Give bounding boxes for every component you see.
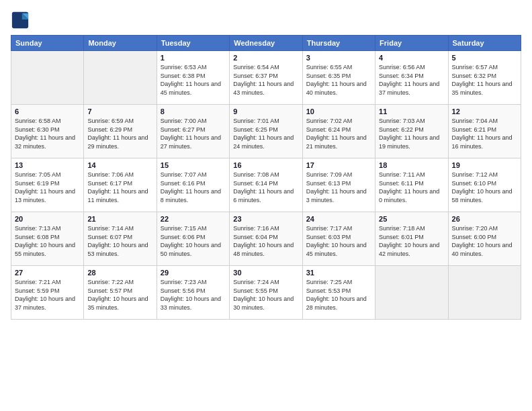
day-number: 11 — [379, 107, 444, 116]
day-number: 23 — [233, 215, 298, 223]
day-info: Sunrise: 6:55 AM Sunset: 6:35 PM Dayligh… — [306, 63, 371, 97]
calendar-cell: 29Sunrise: 7:23 AM Sunset: 5:56 PM Dayli… — [157, 266, 229, 320]
calendar-cell: 2Sunrise: 6:54 AM Sunset: 6:37 PM Daylig… — [230, 51, 302, 105]
day-info: Sunrise: 6:58 AM Sunset: 6:30 PM Dayligh… — [15, 117, 80, 150]
day-of-week-header: Saturday — [448, 36, 521, 51]
calendar-week-row: 13Sunrise: 7:05 AM Sunset: 6:19 PM Dayli… — [11, 158, 521, 212]
day-info: Sunrise: 7:12 AM Sunset: 6:10 PM Dayligh… — [452, 171, 517, 204]
day-number: 28 — [87, 269, 152, 277]
day-number: 12 — [452, 107, 517, 116]
calendar-cell: 7Sunrise: 6:59 AM Sunset: 6:29 PM Daylig… — [84, 105, 157, 158]
day-info: Sunrise: 6:53 AM Sunset: 6:38 PM Dayligh… — [161, 63, 226, 97]
calendar-cell: 27Sunrise: 7:21 AM Sunset: 5:59 PM Dayli… — [11, 266, 84, 320]
day-info: Sunrise: 7:11 AM Sunset: 6:11 PM Dayligh… — [379, 171, 444, 204]
day-of-week-header: Friday — [375, 36, 448, 51]
day-of-week-header: Monday — [84, 36, 157, 51]
calendar-cell: 13Sunrise: 7:05 AM Sunset: 6:19 PM Dayli… — [11, 158, 84, 212]
day-number: 21 — [87, 215, 152, 223]
calendar-table: SundayMondayTuesdayWednesdayThursdayFrid… — [11, 35, 521, 320]
day-info: Sunrise: 7:20 AM Sunset: 6:00 PM Dayligh… — [452, 224, 517, 258]
day-number: 24 — [306, 215, 371, 223]
day-info: Sunrise: 7:09 AM Sunset: 6:13 PM Dayligh… — [306, 171, 371, 204]
day-info: Sunrise: 7:07 AM Sunset: 6:16 PM Dayligh… — [161, 171, 226, 204]
calendar-cell: 18Sunrise: 7:11 AM Sunset: 6:11 PM Dayli… — [375, 158, 448, 212]
calendar-cell: 10Sunrise: 7:02 AM Sunset: 6:24 PM Dayli… — [302, 105, 375, 158]
day-number: 22 — [161, 215, 226, 223]
day-info: Sunrise: 7:18 AM Sunset: 6:01 PM Dayligh… — [379, 224, 444, 258]
day-info: Sunrise: 7:22 AM Sunset: 5:57 PM Dayligh… — [87, 278, 152, 312]
day-info: Sunrise: 7:13 AM Sunset: 6:08 PM Dayligh… — [15, 224, 80, 258]
calendar-cell: 19Sunrise: 7:12 AM Sunset: 6:10 PM Dayli… — [448, 158, 521, 212]
calendar-cell: 15Sunrise: 7:07 AM Sunset: 6:16 PM Dayli… — [157, 158, 229, 212]
calendar-cell: 21Sunrise: 7:14 AM Sunset: 6:07 PM Dayli… — [84, 212, 157, 266]
calendar-cell — [448, 266, 521, 320]
day-number: 10 — [306, 107, 371, 116]
header-row: SundayMondayTuesdayWednesdayThursdayFrid… — [11, 36, 521, 51]
day-number: 14 — [87, 161, 152, 169]
day-number: 2 — [233, 54, 298, 62]
day-info: Sunrise: 7:23 AM Sunset: 5:56 PM Dayligh… — [161, 278, 226, 312]
logo-icon — [11, 11, 30, 30]
page-header — [11, 11, 521, 30]
calendar-cell: 16Sunrise: 7:08 AM Sunset: 6:14 PM Dayli… — [230, 158, 302, 212]
day-of-week-header: Sunday — [11, 36, 84, 51]
day-info: Sunrise: 7:14 AM Sunset: 6:07 PM Dayligh… — [87, 224, 152, 258]
calendar-cell: 3Sunrise: 6:55 AM Sunset: 6:35 PM Daylig… — [302, 51, 375, 105]
calendar-cell: 1Sunrise: 6:53 AM Sunset: 6:38 PM Daylig… — [157, 51, 229, 105]
day-number: 4 — [379, 54, 444, 62]
day-number: 3 — [306, 54, 371, 62]
day-of-week-header: Wednesday — [230, 36, 302, 51]
calendar-body: 1Sunrise: 6:53 AM Sunset: 6:38 PM Daylig… — [11, 51, 521, 320]
day-number: 5 — [452, 54, 517, 62]
day-number: 27 — [15, 269, 80, 277]
day-number: 1 — [161, 54, 226, 62]
calendar-cell: 14Sunrise: 7:06 AM Sunset: 6:17 PM Dayli… — [84, 158, 157, 212]
calendar-week-row: 1Sunrise: 6:53 AM Sunset: 6:38 PM Daylig… — [11, 51, 521, 105]
day-info: Sunrise: 7:15 AM Sunset: 6:06 PM Dayligh… — [161, 224, 226, 258]
calendar-cell: 25Sunrise: 7:18 AM Sunset: 6:01 PM Dayli… — [375, 212, 448, 266]
day-info: Sunrise: 7:02 AM Sunset: 6:24 PM Dayligh… — [306, 117, 371, 150]
calendar-cell: 9Sunrise: 7:01 AM Sunset: 6:25 PM Daylig… — [230, 105, 302, 158]
day-number: 9 — [233, 107, 298, 116]
calendar-cell: 24Sunrise: 7:17 AM Sunset: 6:03 PM Dayli… — [302, 212, 375, 266]
calendar-cell: 22Sunrise: 7:15 AM Sunset: 6:06 PM Dayli… — [157, 212, 229, 266]
calendar-week-row: 6Sunrise: 6:58 AM Sunset: 6:30 PM Daylig… — [11, 105, 521, 158]
day-number: 8 — [161, 107, 226, 116]
day-info: Sunrise: 7:24 AM Sunset: 5:55 PM Dayligh… — [233, 278, 298, 312]
day-info: Sunrise: 7:08 AM Sunset: 6:14 PM Dayligh… — [233, 171, 298, 204]
calendar-cell: 23Sunrise: 7:16 AM Sunset: 6:04 PM Dayli… — [230, 212, 302, 266]
calendar-cell: 31Sunrise: 7:25 AM Sunset: 5:53 PM Dayli… — [302, 266, 375, 320]
calendar-cell: 6Sunrise: 6:58 AM Sunset: 6:30 PM Daylig… — [11, 105, 84, 158]
day-info: Sunrise: 6:54 AM Sunset: 6:37 PM Dayligh… — [233, 63, 298, 97]
calendar-cell: 4Sunrise: 6:56 AM Sunset: 6:34 PM Daylig… — [375, 51, 448, 105]
day-number: 26 — [452, 215, 517, 223]
day-number: 16 — [233, 161, 298, 169]
day-number: 31 — [306, 269, 371, 277]
day-info: Sunrise: 7:16 AM Sunset: 6:04 PM Dayligh… — [233, 224, 298, 258]
day-info: Sunrise: 7:00 AM Sunset: 6:27 PM Dayligh… — [161, 117, 226, 150]
day-number: 7 — [87, 107, 152, 116]
day-of-week-header: Tuesday — [157, 36, 229, 51]
day-info: Sunrise: 7:04 AM Sunset: 6:21 PM Dayligh… — [452, 117, 517, 150]
calendar-cell: 17Sunrise: 7:09 AM Sunset: 6:13 PM Dayli… — [302, 158, 375, 212]
calendar-cell: 5Sunrise: 6:57 AM Sunset: 6:32 PM Daylig… — [448, 51, 521, 105]
day-number: 30 — [233, 269, 298, 277]
day-number: 18 — [379, 161, 444, 169]
calendar-cell — [84, 51, 157, 105]
day-number: 6 — [15, 107, 80, 116]
calendar-cell: 30Sunrise: 7:24 AM Sunset: 5:55 PM Dayli… — [230, 266, 302, 320]
calendar-cell — [375, 266, 448, 320]
day-number: 15 — [161, 161, 226, 169]
calendar-cell: 20Sunrise: 7:13 AM Sunset: 6:08 PM Dayli… — [11, 212, 84, 266]
logo — [11, 11, 32, 30]
day-info: Sunrise: 6:59 AM Sunset: 6:29 PM Dayligh… — [87, 117, 152, 150]
day-info: Sunrise: 7:06 AM Sunset: 6:17 PM Dayligh… — [87, 171, 152, 204]
day-info: Sunrise: 7:01 AM Sunset: 6:25 PM Dayligh… — [233, 117, 298, 150]
calendar-cell: 11Sunrise: 7:03 AM Sunset: 6:22 PM Dayli… — [375, 105, 448, 158]
day-info: Sunrise: 7:03 AM Sunset: 6:22 PM Dayligh… — [379, 117, 444, 150]
day-info: Sunrise: 7:25 AM Sunset: 5:53 PM Dayligh… — [306, 278, 371, 312]
day-number: 20 — [15, 215, 80, 223]
day-number: 13 — [15, 161, 80, 169]
calendar-cell: 8Sunrise: 7:00 AM Sunset: 6:27 PM Daylig… — [157, 105, 229, 158]
calendar-cell: 26Sunrise: 7:20 AM Sunset: 6:00 PM Dayli… — [448, 212, 521, 266]
